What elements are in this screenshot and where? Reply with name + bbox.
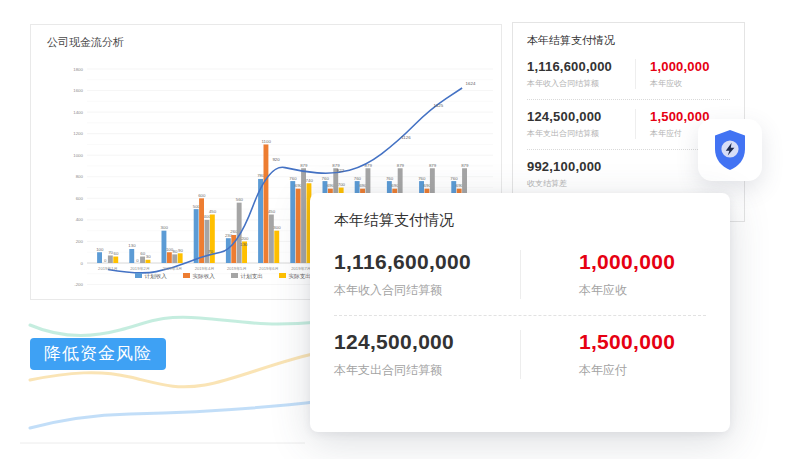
bar-value-label: 760 [289,176,297,181]
shield-icon-card [698,119,762,181]
income-settlement-value: 1,116,600,000 [527,59,635,74]
bar-value-label: 200 [241,236,249,241]
reduce-risk-badge[interactable]: 降低资金风险 [30,338,166,370]
bar-value-label: 1100 [261,139,271,144]
balance-label: 收支结算差 [527,178,635,189]
bar-value-label: 760 [354,176,362,181]
popup-row-income: 1,116,600,000 本年收入合同结算额 1,000,000 本年应收 [334,244,706,309]
x-tick-label: 2019年1月 [98,266,118,271]
line-value-label: 1126 [401,135,411,140]
settlement-popup-card: 本年结算支付情况 1,116,600,000 本年收入合同结算额 1,000,0… [310,193,730,432]
bar-value-label: 60 [114,251,119,256]
y-tick-label: 400 [76,217,84,222]
x-tick-label: 2019年7月 [291,266,311,271]
receivable-value: 1,000,000 [650,59,710,74]
y-tick-label: 0 [81,261,84,266]
popup-expense-settlement-label: 本年支出合同结算额 [334,362,520,379]
bar-value-label: 760 [450,176,458,181]
bar-value-label: 600 [198,193,206,198]
bar-value-label: 450 [209,209,217,214]
bar-value-label: 130 [128,243,136,248]
summary-row-income: 1,116,600,000 本年收入合同结算额 1,000,000 本年应收 [527,56,730,95]
popup-divider [334,315,706,316]
bar-value-label: 879 [300,163,308,168]
y-tick-label: 600 [76,196,84,201]
bar-value-label: 760 [322,176,330,181]
bar-value-label: 30 [146,254,151,259]
bar-value-label: 0 [136,258,139,263]
receivable-label: 本年应收 [650,78,710,89]
summary-panel-title: 本年结算支付情况 [527,33,730,48]
bar-value-label: 740 [306,178,314,183]
line-value-label: 70 [208,249,213,254]
x-tick-label: 2019年5月 [227,266,247,271]
popup-payable-label: 本年应付 [579,362,675,379]
bar-value-label: 879 [429,163,437,168]
popup-title: 本年结算支付情况 [334,211,706,230]
popup-receivable-label: 本年应收 [579,282,675,299]
expense-settlement-value: 124,500,000 [527,109,635,124]
expense-settlement-label: 本年支出合同结算额 [527,128,635,139]
line-value-label: 920 [272,157,280,162]
y-tick-label: -200 [74,282,83,287]
popup-income-settlement-value: 1,116,600,000 [334,250,520,274]
y-tick-label: 1600 [73,88,83,93]
y-tick-label: 1000 [73,153,83,158]
popup-payable-value: 1,500,000 [579,330,675,354]
legend-label: 计划支出 [241,273,263,280]
legend-label: 计划收入 [145,273,168,280]
legend-label: 实际收入 [193,273,216,280]
y-tick-label: 1200 [73,131,83,136]
popup-expense-settlement-value: 124,500,000 [334,330,520,354]
chart-title: 公司现金流分析 [47,35,124,50]
balance-value: 992,100,000 [527,159,635,174]
bar-value-label: 450 [268,209,276,214]
line-value-label: 1624 [466,81,476,86]
bar-value-label: 100 [96,247,104,252]
bar-value-label: 700 [338,182,346,187]
bar-value-label: 300 [273,225,281,230]
popup-income-settlement-label: 本年收入合同结算额 [334,282,520,299]
payable-value: 1,500,000 [650,109,710,124]
shield-lightning-icon [711,129,749,171]
bar-value-label: 90 [178,248,183,253]
bar-value-label: 879 [397,163,405,168]
line-value-label: 822 [337,168,345,173]
popup-row-expense: 124,500,000 本年支出合同结算额 1,500,000 本年应付 [334,324,706,389]
x-tick-label: 2019年6月 [259,266,279,271]
income-settlement-label: 本年收入合同结算额 [527,78,635,89]
bar-value-label: 760 [418,176,426,181]
y-tick-label: 1800 [73,67,83,72]
line-value-label: 130 [240,242,248,247]
y-tick-label: 1400 [73,110,83,115]
bar-value-label: 760 [386,176,394,181]
popup-receivable-value: 1,000,000 [579,250,675,274]
bar-value-label: 879 [461,163,469,168]
bar-value-label: 0 [104,258,107,263]
x-tick-label: 2019年3月 [163,266,183,271]
x-tick-label: 2019年4月 [195,266,215,271]
line-value-label: 1425 [433,103,443,108]
y-tick-label: 200 [76,239,84,244]
legend-label: 实际支出 [289,273,311,280]
y-tick-label: 800 [76,174,84,179]
bar-value-label: 560 [236,197,244,202]
x-tick-label: 2019年2月 [130,266,150,271]
bar-value-label: 300 [161,225,169,230]
summary-divider [527,99,730,100]
